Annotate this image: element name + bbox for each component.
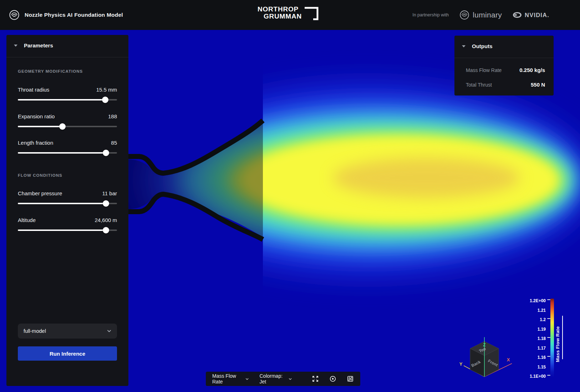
- param-value: 188: [108, 113, 117, 119]
- model-select[interactable]: full-model: [18, 324, 117, 339]
- output-value: 550 N: [531, 82, 545, 88]
- param-label: Chamber pressure: [18, 190, 62, 196]
- param-altitude: Altitude 24,600 m: [18, 217, 117, 240]
- colorbar-tick: 1.19: [538, 327, 546, 332]
- output-label: Total Thrust: [466, 82, 492, 88]
- app-header: Nozzle Physics AI Foundation Model NORTH…: [0, 0, 580, 30]
- chevron-down-icon: [289, 378, 292, 380]
- colorbar-tick: 1.21: [538, 308, 546, 313]
- colorbar-tick: 1.1E+00: [530, 374, 546, 379]
- y-axis-label: Y: [459, 361, 463, 367]
- slider-track: [18, 126, 117, 127]
- colormap-select[interactable]: Colormap: Jet: [259, 373, 292, 385]
- slider-thumb[interactable]: [59, 123, 66, 130]
- slider-fill: [18, 152, 106, 154]
- slider-track: [18, 203, 117, 204]
- app-brand: Nozzle Physics AI Foundation Model: [9, 10, 123, 20]
- fullscreen-icon[interactable]: [312, 375, 319, 382]
- param-value: 85: [111, 140, 117, 146]
- field-select-value: Mass Flow Rate: [212, 373, 243, 385]
- run-inference-button[interactable]: Run Inference: [18, 346, 117, 361]
- slider-track: [18, 229, 117, 231]
- outputs-title: Outputs: [472, 43, 493, 49]
- slider-track: [18, 152, 117, 154]
- nvidia-wordmark: NVIDIA.: [525, 12, 549, 19]
- slider-thumb[interactable]: [103, 200, 109, 207]
- colorbar-tick: 1.2E+00: [530, 298, 546, 303]
- output-total-thrust: Total Thrust 550 N: [466, 82, 545, 88]
- nvidia-logo: NVIDIA.: [513, 11, 549, 19]
- field-select[interactable]: Mass Flow Rate: [212, 373, 249, 385]
- viewport[interactable]: Parameters GEOMETRY MODIFICATIONS Throat…: [0, 30, 580, 392]
- chevron-down-icon: [107, 330, 111, 332]
- param-label: Throat radius: [18, 87, 49, 93]
- param-value: 11 bar: [102, 190, 117, 196]
- colorbar-tick: 1.2: [540, 317, 546, 322]
- model-select-value: full-model: [24, 328, 46, 334]
- param-label: Expansion ratio: [18, 113, 55, 119]
- colorbar-title: Mass Flow Rate: [555, 316, 560, 362]
- output-mass-flow-rate: Mass Flow Rate 0.250 kg/s: [466, 67, 545, 73]
- northrop-text: NORTHROP: [258, 6, 299, 13]
- collapse-caret-icon[interactable]: [14, 45, 17, 47]
- luminary-logo: luminary: [459, 10, 502, 20]
- outputs-header[interactable]: Outputs: [454, 36, 554, 58]
- northrop-grumman-logo: NORTHROP GRUMMAN: [254, 6, 320, 21]
- grid-overlay-icon[interactable]: [347, 375, 354, 382]
- app-title: Nozzle Physics AI Foundation Model: [25, 12, 123, 18]
- slider-fill: [18, 126, 62, 127]
- viewer-toolbar: Mass Flow Rate Colormap: Jet: [206, 372, 360, 386]
- slider-thumb[interactable]: [103, 150, 109, 156]
- altitude-slider[interactable]: [18, 227, 117, 233]
- colorbar-tick: 1.15: [538, 365, 546, 370]
- slider-fill: [18, 203, 106, 204]
- slider-fill: [18, 229, 106, 231]
- parameters-title: Parameters: [24, 42, 53, 48]
- param-label: Altitude: [18, 217, 36, 223]
- outputs-panel: Outputs Mass Flow Rate 0.250 kg/s Total …: [454, 36, 554, 96]
- expansion-ratio-slider[interactable]: [18, 123, 117, 130]
- colorbar-title-underline: [562, 316, 563, 359]
- output-label: Mass Flow Rate: [466, 67, 502, 73]
- grumman-text: GRUMMAN: [264, 13, 302, 20]
- parameters-panel: Parameters GEOMETRY MODIFICATIONS Throat…: [6, 35, 128, 386]
- throat-radius-slider[interactable]: [18, 97, 117, 103]
- nvidia-eye-icon: [513, 11, 522, 19]
- colorbar-gradient: [550, 299, 554, 377]
- chevron-down-icon: [245, 378, 249, 380]
- parameters-header[interactable]: Parameters: [6, 35, 128, 57]
- chamber-pressure-slider[interactable]: [18, 200, 117, 207]
- slider-fill: [18, 99, 105, 100]
- x-axis-label: X: [507, 357, 510, 362]
- section-geometry-modifications: GEOMETRY MODIFICATIONS: [18, 69, 83, 73]
- partner-logos: In partnership with luminary NVIDIA.: [412, 0, 549, 30]
- z-axis-label: Z: [483, 342, 485, 347]
- luminary-icon: [459, 10, 469, 20]
- tick-mark: [547, 299, 550, 300]
- slider-thumb[interactable]: [102, 97, 108, 103]
- luminary-wordmark: luminary: [473, 11, 502, 19]
- partnership-text: In partnership with: [412, 12, 449, 17]
- param-value: 24,600 m: [95, 217, 117, 223]
- param-value: 15.5 mm: [96, 87, 117, 93]
- param-label: Length fraction: [18, 140, 53, 146]
- param-throat-radius: Throat radius 15.5 mm: [18, 87, 117, 109]
- tick-mark: [547, 375, 550, 376]
- tick-mark: [547, 356, 550, 357]
- tick-mark: [547, 337, 550, 338]
- colorbar-tick: 1.17: [538, 346, 546, 351]
- slider-thumb[interactable]: [103, 227, 109, 233]
- northrop-bracket-icon: [304, 6, 320, 21]
- slider-track: [18, 99, 117, 100]
- recenter-target-icon[interactable]: [329, 375, 336, 382]
- colorbar-tick: 1.18: [538, 336, 546, 341]
- app-logo-icon: [9, 10, 20, 20]
- colorbar-tick: 1.16: [538, 355, 546, 360]
- tick-mark: [547, 318, 550, 319]
- param-chamber-pressure: Chamber pressure 11 bar: [18, 190, 117, 213]
- param-length-fraction: Length fraction 85: [18, 140, 117, 163]
- orientation-cube[interactable]: Top Back Front Y X Z: [453, 331, 517, 385]
- length-fraction-slider[interactable]: [18, 150, 117, 156]
- collapse-caret-icon[interactable]: [462, 45, 465, 47]
- output-value: 0.250 kg/s: [519, 67, 545, 73]
